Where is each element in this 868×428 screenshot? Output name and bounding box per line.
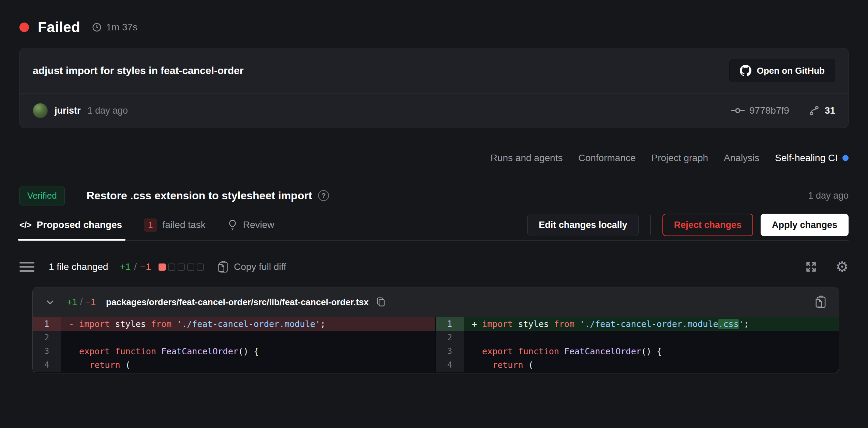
diff-line: 1- import styles from './feat-cancel-ord…	[33, 317, 435, 331]
edit-changes-locally-button[interactable]: Edit changes locally	[527, 214, 639, 236]
gear-icon[interactable]: ⚙	[836, 261, 849, 273]
code-text: return (	[61, 358, 435, 372]
fix-actions: Edit changes locally Reject changes Appl…	[527, 214, 849, 236]
line-number: 3	[33, 344, 61, 358]
code-token	[574, 319, 580, 329]
open-on-github-label: Open on GitHub	[757, 66, 825, 76]
code-token: export	[79, 346, 110, 356]
code-token: ;	[744, 319, 749, 329]
line-number: 1	[436, 317, 464, 331]
help-icon[interactable]: ?	[318, 190, 329, 201]
tab-failed-task[interactable]: 1 failed task	[144, 210, 206, 240]
diff-line: 2	[436, 331, 839, 344]
code-token: function	[518, 346, 559, 356]
git-branch-icon	[808, 105, 820, 116]
line-number: 2	[436, 331, 464, 344]
nav-item-self-healing-ci[interactable]: Self-healing CI	[775, 153, 849, 163]
copy-full-diff-label: Copy full diff	[234, 261, 286, 272]
commit-sha[interactable]: 9778b7f9	[731, 105, 789, 116]
copy-path-icon[interactable]	[376, 297, 386, 307]
chevron-down-icon[interactable]	[45, 297, 55, 307]
diff-pane-before: 1- import styles from './feat-cancel-ord…	[33, 317, 436, 373]
code-icon: </>	[19, 220, 31, 230]
additions-count: +1	[120, 261, 131, 272]
diff-panel: +1 / −1 packages/orders/feat-cancel-orde…	[32, 287, 839, 373]
run-status-header: Failed 1m 37s	[19, 0, 849, 37]
fix-time: 1 day ago	[808, 190, 849, 201]
diff-line: 4 return (	[33, 358, 435, 372]
diff-stat-block	[168, 263, 175, 271]
code-text	[61, 331, 435, 344]
code-token: (	[523, 360, 534, 370]
commit-sha-text: 9778b7f9	[749, 105, 789, 116]
code-token	[559, 346, 564, 356]
apply-changes-button[interactable]: Apply changes	[761, 214, 849, 236]
copy-full-diff-button[interactable]: Copy full diff	[218, 261, 286, 273]
lightbulb-icon	[227, 219, 238, 230]
nav-item-label: Project graph	[652, 153, 708, 163]
code-token	[156, 346, 161, 356]
nav-item-analysis[interactable]: Analysis	[724, 153, 759, 163]
diff-stat-numbers: +1 / −1	[120, 261, 151, 272]
nav-item-runs-and-agents[interactable]: Runs and agents	[491, 153, 563, 163]
files-changed-summary: 1 file changed	[49, 261, 108, 272]
code-token: from	[151, 319, 171, 329]
code-token	[513, 346, 518, 356]
commit-card: adjust import for styles in feat-cancel-…	[19, 48, 849, 128]
page: Failed 1m 37s adjust import for styles i…	[0, 0, 868, 428]
code-token: return	[89, 360, 120, 370]
run-status-label: Failed	[38, 19, 80, 35]
code-token: styles	[513, 319, 554, 329]
code-token: FeatCancelOrder	[564, 346, 641, 356]
fix-header: Verified Restore .css extension to style…	[19, 185, 849, 206]
code-text: - import styles from './feat-cancel-orde…	[61, 317, 435, 331]
code-token: (	[120, 360, 131, 370]
run-duration: 1m 37s	[92, 22, 137, 33]
file-list-menu-icon[interactable]	[19, 262, 34, 272]
code-text: export function FeatCancelOrder() {	[464, 344, 839, 358]
code-token: import	[482, 319, 513, 329]
diff-file-header: +1 / −1 packages/orders/feat-cancel-orde…	[33, 287, 839, 317]
code-token	[69, 360, 89, 370]
open-on-github-button[interactable]: Open on GitHub	[729, 59, 835, 82]
code-token: return	[492, 360, 523, 370]
file-additions: +1	[67, 297, 77, 308]
code-token: './feat-cancel-order.module'	[177, 319, 320, 329]
failed-status-dot-icon	[19, 23, 29, 32]
deletions-count: −1	[140, 261, 151, 272]
file-stat-separator: /	[80, 297, 83, 308]
code-token: export	[482, 346, 513, 356]
reject-changes-button[interactable]: Reject changes	[662, 214, 753, 236]
code-token: import	[79, 319, 110, 329]
tab-proposed-changes[interactable]: </> Proposed changes	[19, 210, 122, 240]
run-duration-text: 1m 37s	[106, 22, 137, 33]
branch-counter[interactable]: 31	[808, 105, 835, 116]
code-token	[69, 346, 79, 356]
top-nav: Runs and agentsConformanceProject graphA…	[19, 151, 849, 166]
fix-tabs-row: </> Proposed changes 1 failed task Revie…	[19, 210, 849, 241]
expand-fullscreen-icon[interactable]	[805, 261, 817, 273]
github-icon	[740, 65, 751, 76]
verified-badge: Verified	[19, 186, 65, 205]
code-token: .css	[718, 319, 739, 329]
nav-item-project-graph[interactable]: Project graph	[652, 153, 708, 163]
line-number: 4	[33, 358, 61, 372]
tab-review[interactable]: Review	[227, 210, 274, 240]
actions-divider	[650, 215, 651, 235]
line-number: 3	[436, 344, 464, 358]
code-token	[171, 319, 177, 329]
code-token: './feat-cancel-order.module	[580, 319, 718, 329]
nav-item-conformance[interactable]: Conformance	[578, 153, 635, 163]
fix-title: Restore .css extension to stylesheet imp…	[87, 189, 312, 202]
diff-line: 1+ import styles from './feat-cancel-ord…	[436, 317, 839, 331]
diff-pane-after: 1+ import styles from './feat-cancel-ord…	[436, 317, 839, 373]
copy-file-diff-icon[interactable]	[815, 296, 826, 309]
avatar[interactable]	[33, 103, 48, 118]
commit-author: juristr 1 day ago	[33, 103, 128, 118]
code-token: FeatCancelOrder	[161, 346, 238, 356]
code-token: +	[472, 319, 482, 329]
file-diff-stats: +1 / −1	[67, 297, 96, 308]
code-token: ;	[320, 319, 326, 329]
diff-line: 3 export function FeatCancelOrder() {	[33, 344, 435, 358]
commit-icon	[731, 106, 745, 115]
